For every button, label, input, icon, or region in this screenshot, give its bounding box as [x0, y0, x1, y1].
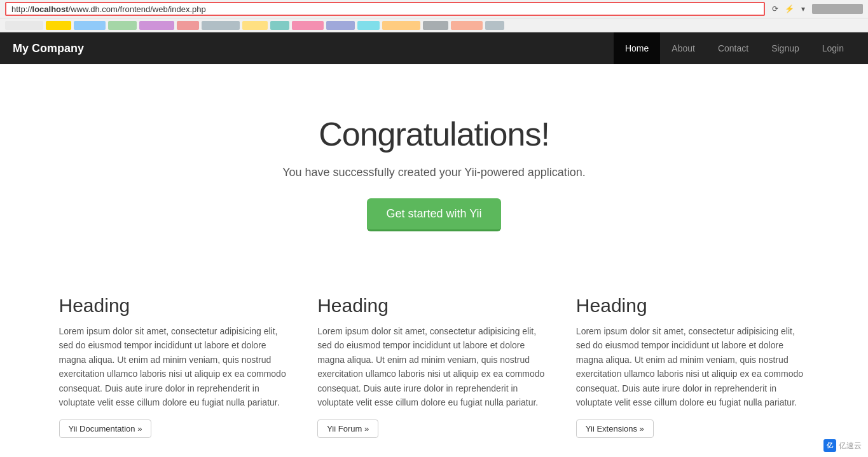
column-3-text: Lorem ipsum dolor sit amet, consectetur … — [576, 324, 809, 409]
watermark-text: 亿速云 — [839, 440, 862, 451]
address-bar[interactable]: http://localhost/www.dh.com/frontend/web… — [5, 2, 765, 16]
browser-chrome: http://localhost/www.dh.com/frontend/web… — [0, 0, 868, 32]
url-protocol: http:// — [11, 4, 32, 14]
nav-item-about: About — [660, 32, 706, 64]
column-1-button[interactable]: Yii Documentation » — [59, 419, 152, 438]
columns-section: Heading Lorem ipsum dolor sit amet, cons… — [21, 269, 848, 457]
bookmark-15[interactable] — [451, 21, 483, 30]
bookmarks-bar — [0, 18, 868, 32]
column-2-heading: Heading — [317, 295, 551, 317]
nav-link-about[interactable]: About — [660, 32, 706, 64]
column-2-button[interactable]: Yii Forum » — [317, 419, 378, 438]
dropdown-icon[interactable]: ▾ — [798, 4, 808, 14]
column-2-text: Lorem ipsum dolor sit amet, consectetur … — [317, 324, 551, 409]
lightning-icon[interactable]: ⚡ — [784, 4, 794, 14]
bookmark-6[interactable] — [177, 21, 199, 30]
browser-profile — [812, 4, 863, 14]
bookmark-1[interactable] — [5, 21, 43, 30]
bookmark-3[interactable] — [74, 21, 106, 30]
bookmark-13[interactable] — [382, 21, 420, 30]
navbar: My Company Home About Contact Signup Log… — [0, 32, 868, 64]
nav-link-login[interactable]: Login — [811, 32, 855, 64]
browser-icons: ⟳ ⚡ ▾ — [770, 4, 863, 14]
address-bar-row: http://localhost/www.dh.com/frontend/web… — [0, 0, 868, 18]
bookmark-12[interactable] — [357, 21, 380, 30]
watermark: 亿 亿速云 — [823, 439, 862, 452]
bookmark-7[interactable] — [202, 21, 240, 30]
hero-title: Congratulations! — [13, 115, 855, 153]
hero-section: Congratulations! You have successfully c… — [0, 64, 868, 269]
url-host: localhost — [32, 4, 69, 14]
column-1-text: Lorem ipsum dolor sit amet, consectetur … — [59, 324, 293, 409]
bookmark-14[interactable] — [423, 21, 448, 30]
nav-item-contact: Contact — [706, 32, 760, 64]
column-3-button[interactable]: Yii Extensions » — [576, 419, 654, 438]
url-path: /www.dh.com/frontend/web/index.php — [69, 4, 206, 14]
column-2: Heading Lorem ipsum dolor sit amet, cons… — [317, 295, 551, 438]
column-3-heading: Heading — [576, 295, 809, 317]
nav-item-login: Login — [811, 32, 855, 64]
bookmark-9[interactable] — [270, 21, 289, 30]
hero-subtitle: You have successfully created your Yii-p… — [13, 166, 855, 179]
bookmark-8[interactable] — [242, 21, 268, 30]
nav-link-home[interactable]: Home — [614, 32, 660, 64]
column-1: Heading Lorem ipsum dolor sit amet, cons… — [59, 295, 293, 438]
nav-link-contact[interactable]: Contact — [706, 32, 760, 64]
column-3: Heading Lorem ipsum dolor sit amet, cons… — [576, 295, 809, 438]
bookmark-2[interactable] — [46, 21, 71, 30]
bookmark-10[interactable] — [292, 21, 324, 30]
bookmark-5[interactable] — [139, 21, 174, 30]
bookmark-16[interactable] — [485, 21, 504, 30]
bookmark-4[interactable] — [108, 21, 137, 30]
bookmark-11[interactable] — [326, 21, 355, 30]
watermark-logo: 亿 — [823, 439, 836, 452]
nav-item-home: Home — [614, 32, 660, 64]
nav-link-signup[interactable]: Signup — [760, 32, 811, 64]
get-started-button[interactable]: Get started with Yii — [367, 198, 500, 231]
column-1-heading: Heading — [59, 295, 293, 317]
navbar-brand[interactable]: My Company — [13, 42, 614, 55]
navbar-nav: Home About Contact Signup Login — [614, 32, 855, 64]
refresh-icon[interactable]: ⟳ — [770, 4, 780, 14]
nav-item-signup: Signup — [760, 32, 811, 64]
